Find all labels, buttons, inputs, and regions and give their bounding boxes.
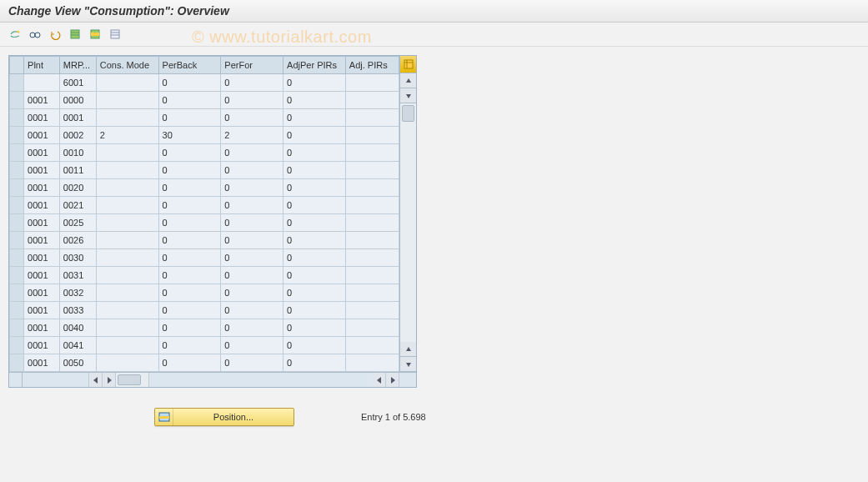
cell[interactable] <box>96 109 158 127</box>
cell[interactable]: 0001 <box>24 302 60 319</box>
col-header-mrp[interactable]: MRP... <box>59 57 96 74</box>
cell[interactable] <box>96 232 158 249</box>
other-view-button[interactable] <box>7 26 23 43</box>
cell[interactable] <box>96 249 158 267</box>
cell[interactable]: 0 <box>158 284 221 302</box>
cell[interactable]: 0020 <box>59 179 96 197</box>
cell[interactable] <box>345 197 399 214</box>
scroll-down-button[interactable] <box>400 357 416 372</box>
cell[interactable] <box>96 74 158 92</box>
cell[interactable]: 0011 <box>59 162 96 179</box>
cell[interactable] <box>345 249 399 267</box>
cell[interactable]: 0 <box>158 92 221 109</box>
cell[interactable]: 0 <box>221 337 283 354</box>
cell[interactable]: 0001 <box>24 197 60 214</box>
cell[interactable] <box>96 319 158 337</box>
cell[interactable]: 0 <box>158 249 221 267</box>
cell[interactable]: 0001 <box>59 109 96 127</box>
row-selector[interactable] <box>10 284 24 302</box>
cell[interactable]: 0 <box>158 232 221 249</box>
cell[interactable] <box>96 284 158 302</box>
cell[interactable]: 0032 <box>59 284 96 302</box>
cell[interactable] <box>96 302 158 319</box>
cell[interactable]: 0 <box>283 109 346 127</box>
cell[interactable]: 0 <box>221 197 283 214</box>
cell[interactable]: 0021 <box>59 197 96 214</box>
cell[interactable]: 0000 <box>59 92 96 109</box>
cell[interactable] <box>345 337 399 354</box>
cell[interactable]: 0 <box>283 214 346 232</box>
cell[interactable]: 6001 <box>59 74 96 92</box>
cell[interactable] <box>96 179 158 197</box>
cell[interactable]: 0 <box>283 144 346 162</box>
cell[interactable]: 0 <box>221 302 283 319</box>
col-header-adjper-pirs[interactable]: AdjPer PIRs <box>283 57 346 74</box>
cell[interactable] <box>345 162 399 179</box>
row-selector[interactable] <box>10 249 24 267</box>
select-all-corner[interactable] <box>10 57 24 74</box>
cell[interactable]: 0025 <box>59 214 96 232</box>
row-selector[interactable] <box>10 109 24 127</box>
vertical-scrollbar[interactable] <box>400 103 416 342</box>
cell[interactable] <box>96 354 158 372</box>
cell[interactable] <box>96 337 158 354</box>
cell[interactable]: 0001 <box>24 109 60 127</box>
cell[interactable] <box>96 197 158 214</box>
cell[interactable] <box>345 179 399 197</box>
cell[interactable]: 0001 <box>24 267 60 284</box>
cell[interactable] <box>96 144 158 162</box>
select-all-button[interactable] <box>67 26 83 43</box>
cell[interactable]: 0031 <box>59 267 96 284</box>
cell[interactable]: 0 <box>158 197 221 214</box>
cell[interactable]: 0001 <box>24 337 60 354</box>
cell[interactable]: 0001 <box>24 162 60 179</box>
cell[interactable]: 0033 <box>59 302 96 319</box>
scroll-up-button[interactable] <box>400 73 416 88</box>
cell[interactable]: 0 <box>283 162 346 179</box>
position-button[interactable]: Position... <box>154 408 294 426</box>
cell[interactable]: 0041 <box>59 337 96 354</box>
cell[interactable]: 0 <box>283 249 346 267</box>
cell[interactable]: 2 <box>96 127 158 144</box>
cell[interactable] <box>24 74 60 92</box>
cell[interactable] <box>345 267 399 284</box>
col-header-plnt[interactable]: Plnt <box>24 57 60 74</box>
cell[interactable]: 0 <box>283 92 346 109</box>
row-selector[interactable] <box>10 302 24 319</box>
cell[interactable]: 30 <box>158 127 221 144</box>
table-settings-button[interactable] <box>400 56 416 73</box>
cell[interactable] <box>345 319 399 337</box>
cell[interactable]: 0 <box>158 109 221 127</box>
hscroll-left-2[interactable] <box>373 373 386 387</box>
cell[interactable] <box>345 214 399 232</box>
cell[interactable]: 0 <box>283 354 346 372</box>
cell[interactable]: 0001 <box>24 354 60 372</box>
cell[interactable]: 0001 <box>24 92 60 109</box>
vertical-scroll-thumb[interactable] <box>402 105 414 122</box>
row-selector[interactable] <box>10 179 24 197</box>
cell[interactable]: 0 <box>158 319 221 337</box>
row-selector[interactable] <box>10 214 24 232</box>
cell[interactable]: 0 <box>221 92 283 109</box>
cell[interactable]: 0 <box>283 319 346 337</box>
hscroll-left-1[interactable] <box>89 373 103 387</box>
cell[interactable]: 0010 <box>59 144 96 162</box>
row-selector[interactable] <box>10 197 24 214</box>
cell[interactable]: 0 <box>283 74 346 92</box>
row-selector[interactable] <box>10 319 24 337</box>
cell[interactable]: 0 <box>221 109 283 127</box>
row-selector[interactable] <box>10 74 24 92</box>
cell[interactable] <box>345 232 399 249</box>
cell[interactable]: 0026 <box>59 232 96 249</box>
cell[interactable]: 0001 <box>24 179 60 197</box>
cell[interactable]: 0 <box>221 284 283 302</box>
cell[interactable]: 0 <box>283 179 346 197</box>
cell[interactable]: 0 <box>283 302 346 319</box>
hscroll-right-1[interactable] <box>103 373 116 387</box>
cell[interactable] <box>345 284 399 302</box>
cell[interactable] <box>345 127 399 144</box>
cell[interactable]: 0002 <box>59 127 96 144</box>
col-header-cons-mode[interactable]: Cons. Mode <box>96 57 158 74</box>
cell[interactable] <box>345 109 399 127</box>
row-selector[interactable] <box>10 92 24 109</box>
